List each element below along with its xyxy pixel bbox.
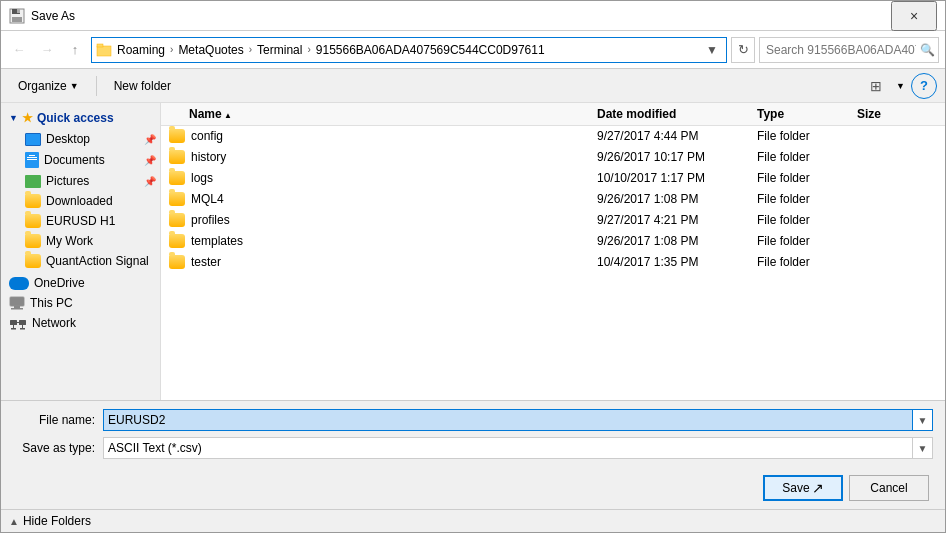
help-button[interactable]: ?: [911, 73, 937, 99]
file-name: tester: [191, 255, 221, 269]
sidebar: ▼ ★ Quick access Desktop 📌: [1, 103, 161, 400]
col-header-name[interactable]: Name: [169, 107, 597, 121]
table-row[interactable]: history 9/26/2017 10:17 PM File folder: [161, 147, 945, 168]
close-button[interactable]: ×: [891, 1, 937, 31]
new-folder-button[interactable]: New folder: [105, 73, 180, 99]
table-row[interactable]: templates 9/26/2017 1:08 PM File folder: [161, 231, 945, 252]
savetype-dropdown[interactable]: ▼: [913, 437, 933, 459]
cancel-button[interactable]: Cancel: [849, 475, 929, 501]
file-type: File folder: [757, 171, 857, 185]
file-name: profiles: [191, 213, 230, 227]
sidebar-item-onedrive-label: OneDrive: [34, 276, 152, 290]
view-icon: ⊞: [870, 78, 882, 94]
sidebar-item-eurusd[interactable]: EURUSD H1: [1, 211, 160, 231]
button-area: Save ↗ Cancel: [1, 467, 945, 509]
svg-rect-2: [17, 9, 20, 13]
savetype-value: ASCII Text (*.csv): [103, 437, 913, 459]
col-header-size[interactable]: Size: [857, 107, 937, 121]
view-dropdown-icon[interactable]: ▼: [894, 79, 907, 93]
sidebar-item-onedrive[interactable]: OneDrive: [1, 273, 160, 293]
file-name: history: [191, 150, 226, 164]
search-input[interactable]: [766, 43, 916, 57]
crumb-terminal[interactable]: Terminal: [254, 41, 305, 59]
documents-icon: [25, 152, 39, 168]
col-header-date[interactable]: Date modified: [597, 107, 757, 121]
crumb-roaming[interactable]: Roaming: [114, 41, 168, 59]
sidebar-item-thispc[interactable]: This PC: [1, 293, 160, 313]
table-row[interactable]: config 9/27/2017 4:44 PM File folder: [161, 126, 945, 147]
cursor-icon: ↗: [812, 480, 824, 496]
quick-access-chevron: ▼: [9, 113, 18, 123]
file-type: File folder: [757, 234, 857, 248]
file-type: File folder: [757, 213, 857, 227]
sidebar-item-desktop[interactable]: Desktop 📌: [1, 129, 160, 149]
table-row[interactable]: MQL4 9/26/2017 1:08 PM File folder: [161, 189, 945, 210]
back-button[interactable]: ←: [7, 38, 31, 62]
sidebar-item-pictures-label: Pictures: [46, 174, 152, 188]
organize-button[interactable]: Organize ▼: [9, 73, 88, 99]
filename-dropdown[interactable]: ▼: [913, 409, 933, 431]
sidebar-item-documents[interactable]: Documents 📌: [1, 149, 160, 171]
desktop-icon: [25, 133, 41, 146]
quick-access-header[interactable]: ▼ ★ Quick access: [1, 107, 160, 129]
network-icon: [9, 316, 27, 330]
sidebar-item-quantaction[interactable]: QuantAction Signal: [1, 251, 160, 271]
file-date: 9/26/2017 10:17 PM: [597, 150, 757, 164]
bottom-section: File name: ▼ Save as type: ASCII Text (*…: [1, 400, 945, 467]
quick-access-section: ▼ ★ Quick access Desktop 📌: [1, 107, 160, 271]
file-name: logs: [191, 171, 213, 185]
table-row[interactable]: tester 10/4/2017 1:35 PM File folder: [161, 252, 945, 273]
filename-label: File name:: [13, 413, 103, 427]
sidebar-item-mywork-label: My Work: [46, 234, 152, 248]
organize-dropdown-icon: ▼: [70, 81, 79, 91]
pictures-pin-icon: 📌: [144, 176, 156, 187]
quick-access-label: Quick access: [37, 111, 114, 125]
svg-rect-8: [14, 306, 20, 308]
toolbar: Organize ▼ New folder ⊞ ▼ ?: [1, 69, 945, 103]
dialog-title: Save As: [31, 9, 75, 23]
view-button[interactable]: ⊞: [862, 73, 890, 99]
sidebar-item-mywork[interactable]: My Work: [1, 231, 160, 251]
file-name: config: [191, 129, 223, 143]
file-date: 9/26/2017 1:08 PM: [597, 234, 757, 248]
file-date: 10/4/2017 1:35 PM: [597, 255, 757, 269]
sidebar-item-pictures[interactable]: Pictures 📌: [1, 171, 160, 191]
onedrive-icon: [9, 277, 29, 290]
hide-folders-row[interactable]: ▲ Hide Folders: [1, 509, 945, 532]
crumb-metaquotes[interactable]: MetaQuotes: [175, 41, 246, 59]
table-row[interactable]: logs 10/10/2017 1:17 PM File folder: [161, 168, 945, 189]
folder-icon: [169, 129, 185, 143]
sidebar-item-downloaded[interactable]: Downloaded: [1, 191, 160, 211]
svg-rect-15: [20, 328, 25, 330]
file-date: 9/26/2017 1:08 PM: [597, 192, 757, 206]
folder-icon: [169, 255, 185, 269]
file-list: Name Date modified Type Size config 9/27…: [161, 103, 945, 400]
crumb-id[interactable]: 915566BA06ADA407569C544CC0D97611: [313, 41, 548, 59]
save-label: Save: [782, 481, 809, 495]
file-name: templates: [191, 234, 243, 248]
sidebar-item-thispc-label: This PC: [30, 296, 152, 310]
save-button[interactable]: Save ↗: [763, 475, 843, 501]
sidebar-item-eurusd-label: EURUSD H1: [46, 214, 152, 228]
refresh-button[interactable]: ↻: [731, 37, 755, 63]
sidebar-item-network[interactable]: Network: [1, 313, 160, 333]
path-dropdown-icon[interactable]: ▼: [702, 41, 722, 59]
col-header-type[interactable]: Type: [757, 107, 857, 121]
table-row[interactable]: profiles 9/27/2017 4:21 PM File folder: [161, 210, 945, 231]
savetype-select-wrapper: ASCII Text (*.csv) ▼: [103, 437, 933, 459]
search-box: 🔍: [759, 37, 939, 63]
filename-input[interactable]: [103, 409, 913, 431]
up-button[interactable]: ↑: [63, 38, 87, 62]
mywork-icon: [25, 234, 41, 248]
button-row: Save ↗ Cancel: [13, 475, 933, 501]
savetype-row: Save as type: ASCII Text (*.csv) ▼: [13, 437, 933, 459]
file-date: 10/10/2017 1:17 PM: [597, 171, 757, 185]
downloaded-icon: [25, 194, 41, 208]
sidebar-item-network-label: Network: [32, 316, 152, 330]
forward-button[interactable]: →: [35, 38, 59, 62]
folder-icon: [169, 171, 185, 185]
address-path[interactable]: Roaming › MetaQuotes › Terminal › 915566…: [91, 37, 727, 63]
svg-rect-3: [12, 17, 22, 22]
quantaction-icon: [25, 254, 41, 268]
new-folder-label: New folder: [114, 79, 171, 93]
